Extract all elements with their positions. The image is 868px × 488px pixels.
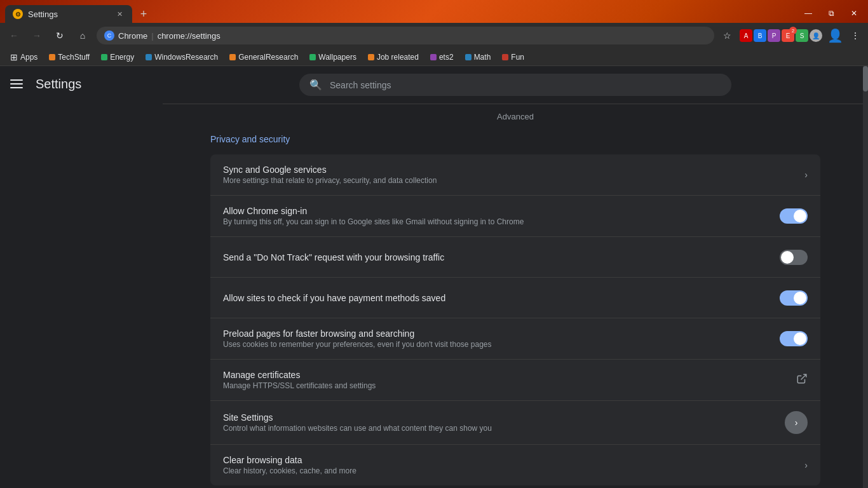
payment-toggle-control[interactable]: [780, 290, 808, 306]
bookmark-math[interactable]: Math: [460, 51, 496, 63]
close-button[interactable]: ✕: [845, 4, 863, 22]
ext-p-icon[interactable]: P: [768, 29, 780, 42]
signin-item-title: Allow Chrome sign-in: [223, 206, 770, 216]
settings-page: Settings 🔍 Advanced Privacy and security…: [0, 66, 868, 488]
dnt-toggle-knob: [781, 251, 794, 264]
signin-item-text: Allow Chrome sign-in By turning this off…: [223, 206, 770, 226]
signin-toggle-knob: [794, 210, 806, 222]
maximize-button[interactable]: ⧉: [822, 4, 840, 22]
bookmark-windowsresearch[interactable]: WindowsResearch: [140, 51, 223, 63]
bookmark-fun[interactable]: Fun: [497, 51, 529, 63]
sync-item-control: ›: [804, 169, 808, 180]
forward-button[interactable]: →: [28, 27, 46, 44]
bookmark-energy-label: Energy: [110, 53, 134, 62]
bookmark-energy-icon: [101, 54, 107, 60]
preload-toggle-control[interactable]: [780, 331, 808, 346]
preload-pages-item[interactable]: Preload pages for faster browsing and se…: [210, 318, 820, 360]
bookmark-jobreleated[interactable]: Job releated: [363, 51, 424, 63]
do-not-track-item[interactable]: Send a "Do Not Track" request with your …: [210, 237, 820, 278]
refresh-button[interactable]: ↻: [51, 27, 69, 44]
url-separator: |: [151, 31, 153, 41]
preload-item-desc: Uses cookies to remember your preference…: [223, 340, 770, 349]
payment-toggle[interactable]: [780, 290, 808, 306]
site-settings-control[interactable]: ›: [785, 411, 808, 434]
external-link-icon: [796, 376, 808, 386]
bookmark-wallpapers-label: Wallpapers: [318, 53, 356, 62]
ext-e-icon[interactable]: E2: [782, 29, 794, 42]
payment-toggle-knob: [794, 292, 806, 304]
tab-close-button[interactable]: ✕: [114, 9, 125, 19]
address-bar: ← → ↻ ⌂ C Chrome | chrome://settings ☆ A…: [0, 23, 868, 48]
minimize-button[interactable]: —: [799, 4, 817, 22]
certs-item-text: Manage certificates Manage HTTPS/SSL cer…: [223, 370, 786, 390]
browser-name: Chrome: [118, 31, 147, 41]
sidebar-menu-icon[interactable]: [10, 76, 25, 92]
advanced-divider[interactable]: Advanced: [210, 104, 820, 134]
bookmark-wallpapers-icon: [309, 54, 316, 60]
clear-item-text: Clear browsing data Clear history, cooki…: [223, 455, 794, 475]
preload-toggle[interactable]: [780, 331, 808, 346]
search-bar: 🔍: [299, 74, 731, 96]
preload-item-text: Preload pages for faster browsing and se…: [223, 329, 770, 349]
sidebar-header: Settings: [0, 66, 163, 102]
bookmark-job-icon: [368, 54, 374, 60]
tab-title: Settings: [28, 10, 109, 19]
settings-sidebar: Settings: [0, 66, 163, 488]
sync-item-desc: More settings that relate to privacy, se…: [223, 176, 794, 185]
site-settings-circle-arrow[interactable]: ›: [785, 411, 808, 434]
signin-toggle[interactable]: [780, 208, 808, 224]
dnt-item-text: Send a "Do Not Track" request with your …: [223, 252, 770, 262]
manage-certificates-item[interactable]: Manage certificates Manage HTTPS/SSL cer…: [210, 360, 820, 401]
scrollbar-thumb[interactable]: [863, 66, 868, 92]
dnt-toggle-control[interactable]: [780, 250, 808, 265]
back-button[interactable]: ←: [5, 27, 23, 44]
payment-item-title: Allow sites to check if you have payment…: [223, 293, 770, 303]
bookmark-techstuff-label: TechStuff: [58, 53, 90, 62]
bookmark-star-button[interactable]: ☆: [719, 28, 735, 43]
signin-item-desc: By turning this off, you can sign in to …: [223, 217, 770, 226]
bookmark-generalresearch[interactable]: GeneralResearch: [224, 51, 303, 63]
url-text: chrome://settings: [158, 31, 220, 41]
profile-button[interactable]: 👤: [827, 28, 843, 43]
sync-item-title: Sync and Google services: [223, 165, 794, 175]
payment-methods-item[interactable]: Allow sites to check if you have payment…: [210, 278, 820, 318]
dnt-item-title: Send a "Do Not Track" request with your …: [223, 252, 770, 262]
menu-line-1: [10, 79, 23, 81]
settings-title: Settings: [36, 77, 81, 92]
clear-browsing-data-item[interactable]: Clear browsing data Clear history, cooki…: [210, 445, 820, 485]
certs-external-icon: [796, 373, 808, 387]
apps-button[interactable]: ⊞ Apps: [5, 51, 43, 64]
settings-main: 🔍 Advanced Privacy and security Sync and…: [163, 66, 868, 488]
clear-chevron-icon: ›: [804, 460, 808, 470]
chrome-signin-item[interactable]: Allow Chrome sign-in By turning this off…: [210, 196, 820, 237]
bookmark-ets2[interactable]: ets2: [425, 51, 459, 63]
browser-tab[interactable]: ⚙ Settings ✕: [5, 5, 132, 23]
certs-item-desc: Manage HTTPS/SSL certificates and settin…: [223, 381, 786, 390]
extensions-area: A B P E2 S 👤: [740, 29, 822, 42]
site-item-text: Site Settings Control what information w…: [223, 412, 775, 433]
new-tab-button[interactable]: +: [135, 5, 153, 23]
site-settings-item[interactable]: Site Settings Control what information w…: [210, 401, 820, 445]
search-input[interactable]: [330, 80, 721, 90]
site-item-desc: Control what information websites can us…: [223, 424, 775, 433]
menu-button[interactable]: ⋮: [848, 28, 863, 43]
bookmarks-bar: ⊞ Apps TechStuff Energy WindowsResearch …: [0, 48, 868, 66]
dnt-toggle[interactable]: [780, 250, 808, 265]
bookmark-fun-icon: [502, 54, 508, 60]
privacy-section-title: Privacy and security: [210, 134, 820, 144]
bookmark-ets2-icon: [430, 54, 437, 60]
ext-s-icon[interactable]: S: [796, 29, 808, 42]
bookmark-techstuff[interactable]: TechStuff: [44, 51, 95, 63]
home-button[interactable]: ⌂: [74, 27, 92, 44]
site-item-title: Site Settings: [223, 412, 775, 423]
clear-item-desc: Clear history, cookies, cache, and more: [223, 466, 794, 475]
bookmark-wallpapers[interactable]: Wallpapers: [304, 51, 362, 63]
ext-adblock-icon[interactable]: A: [740, 29, 752, 42]
ext-b-icon[interactable]: B: [754, 29, 766, 42]
ext-profile-icon[interactable]: 👤: [810, 29, 822, 42]
signin-toggle-control[interactable]: [780, 208, 808, 224]
bookmark-energy[interactable]: Energy: [96, 51, 139, 63]
url-bar[interactable]: C Chrome | chrome://settings: [97, 27, 714, 44]
menu-line-3: [10, 87, 23, 88]
sync-google-services-item[interactable]: Sync and Google services More settings t…: [210, 154, 820, 196]
